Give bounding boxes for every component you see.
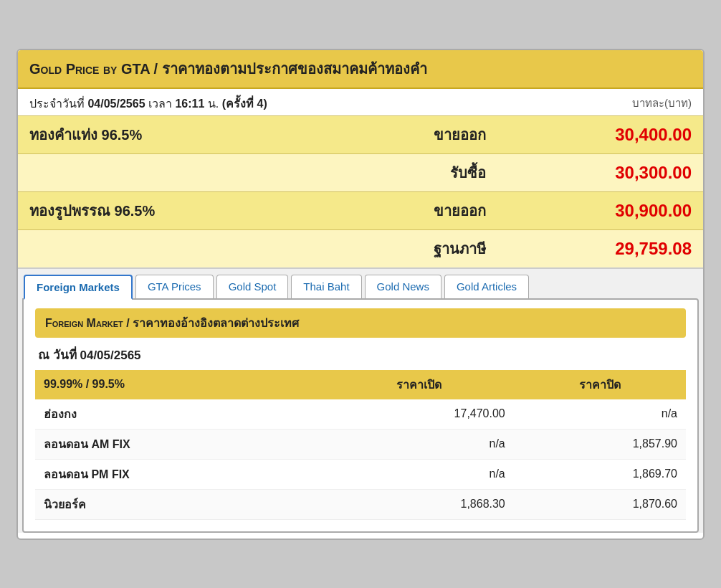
header-title: Gold Price by GTA / ราคาทองตามประกาศของส…: [18, 50, 703, 89]
main-container: Gold Price by GTA / ราคาทองตามประกาศของส…: [16, 49, 705, 540]
table-row: ฐานภาษี 29,759.08: [18, 229, 703, 267]
gold-bar-label-empty: [18, 153, 278, 191]
sell-label-0: ขายออก: [278, 115, 497, 153]
date-row: ประจำวันที่ 04/05/2565 เวลา 16:11 น. (คร…: [18, 89, 703, 115]
table-row: รับซื้อ 30,300.00: [18, 153, 703, 191]
date-value: 04/05/2565: [87, 98, 148, 110]
buy-label-0: รับซื้อ: [278, 153, 497, 191]
close-price: 1,857.90: [514, 429, 686, 459]
col-open: ราคาเปิด: [324, 370, 514, 399]
table-row: ทองคำแท่ง 96.5% ขายออก 30,400.00: [18, 115, 703, 153]
table-row: นิวยอร์ค1,868.301,870.60: [35, 489, 686, 519]
sell-label-1: ขายออก: [278, 191, 497, 229]
gold-jewelry-label: ทองรูปพรรณ 96.5%: [18, 191, 278, 229]
table-row: ฮ่องกง17,470.00n/a: [35, 399, 686, 430]
open-price: 17,470.00: [324, 399, 514, 430]
tab-gold-spot[interactable]: Gold Spot: [216, 275, 289, 298]
time-value: 16:11: [175, 98, 207, 110]
close-price: 1,869.70: [514, 459, 686, 489]
col-close: ราคาปิด: [514, 370, 686, 399]
session-value: (ครั้งที่ 4): [222, 98, 267, 110]
gold-jewelry-label-empty: [18, 229, 278, 267]
time-unit: น.: [208, 98, 219, 110]
tab-foreign-markets[interactable]: Foreign Markets: [24, 275, 133, 300]
gold-bar-label: ทองคำแท่ง 96.5%: [18, 115, 278, 153]
market-name: ฮ่องกง: [35, 399, 324, 430]
close-price: 1,870.60: [514, 489, 686, 519]
unit-label: บาทละ(บาท): [632, 95, 692, 112]
tab-gold-articles[interactable]: Gold Articles: [444, 275, 529, 298]
open-price: n/a: [324, 429, 514, 459]
close-price: n/a: [514, 399, 686, 430]
tabs-section: Foreign Markets GTA Prices Gold Spot Tha…: [18, 267, 703, 533]
buy-value-0: 30,300.00: [497, 153, 703, 191]
tab-gta-prices[interactable]: GTA Prices: [135, 275, 214, 298]
time-prefix: เวลา: [148, 98, 172, 110]
tab-content-foreign: Foreign Market / ราคาทองอ้างอิงตลาดต่างป…: [22, 298, 699, 533]
tax-value: 29,759.08: [497, 229, 703, 267]
open-price: 1,868.30: [324, 489, 514, 519]
sell-value-0: 30,400.00: [497, 115, 703, 153]
table-row: ลอนดอน PM FIXn/a1,869.70: [35, 459, 686, 489]
open-price: n/a: [324, 459, 514, 489]
sell-value-1: 30,900.00: [497, 191, 703, 229]
tab-gold-news[interactable]: Gold News: [365, 275, 441, 298]
date-prefix: ประจำวันที่: [29, 98, 85, 110]
table-header-row: 99.99% / 99.5% ราคาเปิด ราคาปิด: [35, 370, 686, 399]
table-row: ลอนดอน AM FIXn/a1,857.90: [35, 429, 686, 459]
tax-label: ฐานภาษี: [278, 229, 497, 267]
tab-thai-baht[interactable]: Thai Baht: [291, 275, 361, 298]
foreign-market-header: Foreign Market / ราคาทองอ้างอิงตลาดต่างป…: [35, 308, 686, 338]
top-section: Gold Price by GTA / ราคาทองตามประกาศของส…: [18, 50, 703, 267]
table-row: ทองรูปพรรณ 96.5% ขายออก 30,900.00: [18, 191, 703, 229]
date-info: ประจำวันที่ 04/05/2565 เวลา 16:11 น. (คร…: [29, 95, 267, 113]
foreign-date: ณ วันที่ 04/05/2565: [35, 345, 686, 364]
foreign-table: 99.99% / 99.5% ราคาเปิด ราคาปิด ฮ่องกง17…: [35, 370, 686, 520]
tabs-bar: Foreign Markets GTA Prices Gold Spot Tha…: [18, 269, 703, 298]
col-purity: 99.99% / 99.5%: [35, 370, 324, 399]
market-name: นิวยอร์ค: [35, 489, 324, 519]
market-name: ลอนดอน PM FIX: [35, 459, 324, 489]
market-name: ลอนดอน AM FIX: [35, 429, 324, 459]
price-table: ทองคำแท่ง 96.5% ขายออก 30,400.00 รับซื้อ…: [18, 115, 703, 267]
